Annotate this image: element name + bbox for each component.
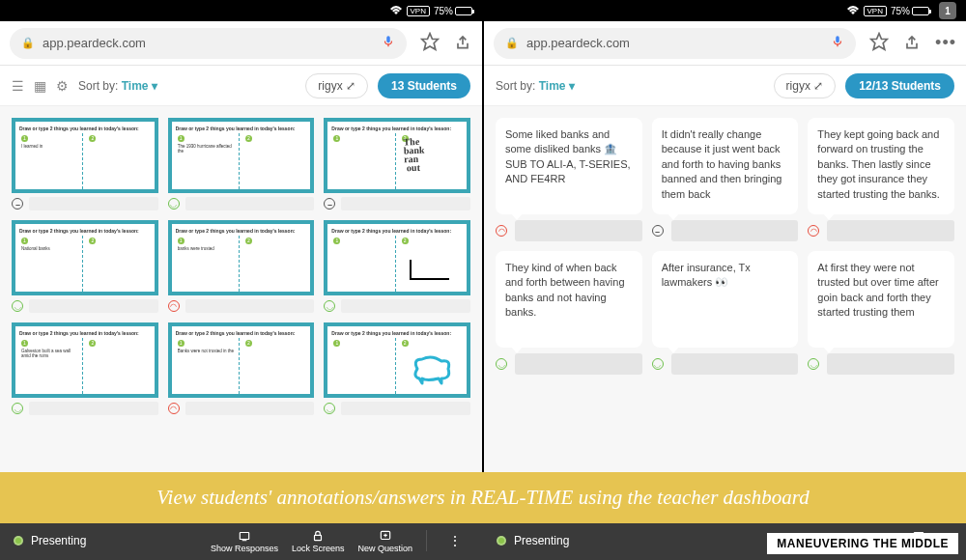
svg-marker-0	[422, 33, 439, 49]
tabs-count-badge[interactable]: 1	[939, 2, 956, 19]
nav-left: Presenting Show Responses Lock Screens N…	[0, 529, 483, 553]
lock-screens-button[interactable]: Lock Screens	[292, 529, 345, 553]
response-item[interactable]: At first they were not trusted but over …	[808, 251, 954, 375]
slide-item[interactable]: Draw or type 2 things you learned in tod…	[12, 220, 158, 313]
session-code[interactable]: rigyx ⤢	[774, 73, 837, 98]
url-text: app.peardeck.com	[526, 36, 630, 50]
student-name-placeholder	[341, 299, 470, 313]
status-bar: VPN 75%	[0, 0, 482, 21]
url-field[interactable]: 🔒 app.peardeck.com	[494, 28, 856, 59]
mood-row: ◠	[168, 299, 315, 313]
svg-marker-1	[871, 33, 888, 49]
student-name-placeholder	[29, 402, 158, 415]
student-name-placeholder	[515, 220, 642, 241]
slide-thumbnail: Draw or type 2 things you learned in tod…	[12, 322, 158, 398]
mood-icon: ‒	[324, 198, 335, 210]
sort-control[interactable]: Sort by: Time ▾	[496, 79, 575, 93]
slide-item[interactable]: Draw or type 2 things you learned in tod…	[168, 322, 315, 415]
nav-more-icon[interactable]: ⋮	[440, 533, 469, 548]
new-question-button[interactable]: New Question	[357, 529, 412, 553]
bookmark-icon[interactable]	[869, 32, 889, 55]
mood-icon: ◡	[652, 358, 664, 370]
mood-row: ‒	[324, 197, 470, 210]
slide-item[interactable]: Draw or type 2 things you learned in tod…	[168, 118, 315, 210]
battery-icon	[455, 7, 472, 15]
url-field[interactable]: 🔒 app.peardeck.com	[10, 28, 407, 59]
student-doodle	[408, 350, 456, 388]
slide-thumbnail: Draw or type 2 things you learned in tod…	[168, 220, 315, 295]
response-item[interactable]: After insurance, Tx lawmakers 👀 ◡	[652, 251, 799, 375]
slide-item[interactable]: Draw or type 2 things you learned in tod…	[324, 322, 470, 415]
student-name-placeholder	[341, 402, 470, 415]
sort-control[interactable]: Sort by: Time ▾	[78, 79, 157, 93]
response-meta: ◡	[652, 353, 799, 375]
response-item[interactable]: It didn't really change because it just …	[652, 118, 799, 241]
slide-item[interactable]: Draw or type 2 things you learned in tod…	[324, 118, 470, 210]
app-toolbar: ☰ ▦ ⚙ Sort by: Time ▾ rigyx ⤢ 13 Student…	[0, 66, 482, 106]
nav-label: New Question	[357, 544, 412, 553]
app-toolbar: Sort by: Time ▾ rigyx ⤢ 12/13 Students	[484, 66, 966, 106]
student-name-placeholder	[185, 299, 315, 313]
slide-item[interactable]: Draw or type 2 things you learned in tod…	[12, 322, 158, 415]
response-bubble: It didn't really change because it just …	[652, 118, 799, 214]
share-icon[interactable]	[453, 32, 472, 55]
slide-item[interactable]: Draw or type 2 things you learned in tod…	[12, 118, 158, 210]
vpn-badge: VPN	[407, 6, 430, 16]
mood-row: ◡	[324, 402, 470, 415]
svg-rect-2	[240, 532, 248, 539]
session-code[interactable]: rigyx ⤢	[305, 73, 368, 98]
presenting-dot-icon	[497, 536, 506, 546]
response-meta: ◡	[496, 353, 642, 375]
presenting-dot-icon	[14, 536, 23, 546]
share-icon[interactable]	[902, 32, 922, 55]
response-item[interactable]: They kept going back and forward on trus…	[808, 118, 954, 241]
mood-icon: ◠	[496, 225, 507, 237]
presenting-status[interactable]: Presenting	[14, 534, 86, 547]
bookmark-icon[interactable]	[420, 32, 440, 55]
student-name-placeholder	[827, 220, 954, 241]
mood-row: ◡	[12, 402, 158, 415]
slide-grid: Draw or type 2 things you learned in tod…	[12, 118, 470, 415]
slide-prompt: Draw or type 2 things you learned in tod…	[19, 330, 151, 336]
nav-separator	[426, 530, 427, 551]
mood-icon: ◡	[324, 403, 335, 414]
battery-icon	[912, 7, 929, 15]
slide-thumbnail: Draw or type 2 things you learned in tod…	[12, 220, 158, 295]
student-name-placeholder	[341, 197, 470, 210]
response-item[interactable]: Some liked banks and some disliked banks…	[496, 118, 642, 241]
slide-prompt: Draw or type 2 things you learned in tod…	[331, 330, 463, 336]
slide-prompt: Draw or type 2 things you learned in tod…	[176, 330, 307, 336]
mic-icon[interactable]	[831, 35, 844, 51]
response-bubble: Some liked banks and some disliked banks…	[496, 118, 642, 214]
mood-icon: ◡	[808, 358, 819, 370]
mood-icon: ‒	[652, 225, 664, 237]
students-count-pill[interactable]: 13 Students	[378, 73, 470, 98]
mood-row: ◡	[324, 299, 470, 313]
sort-label: Sort by:	[496, 79, 535, 93]
show-responses-button[interactable]: Show Responses	[211, 529, 278, 553]
students-count-pill[interactable]: 12/13 Students	[845, 73, 954, 98]
battery-indicator: 75%	[891, 6, 929, 16]
wifi-icon	[389, 6, 403, 15]
slide-item[interactable]: Draw or type 2 things you learned in tod…	[324, 220, 470, 313]
presenting-label: Presenting	[31, 534, 86, 547]
list-view-icon[interactable]: ☰	[12, 78, 24, 94]
slide-item[interactable]: Draw or type 2 things you learned in tod…	[168, 220, 315, 313]
nav-label: Lock Screens	[292, 544, 345, 553]
mood-row: ◡	[168, 197, 315, 210]
mic-icon[interactable]	[382, 35, 395, 51]
slide-thumbnail: Draw or type 2 things you learned in tod…	[324, 220, 470, 295]
nav-label: Show Responses	[211, 544, 278, 553]
response-item[interactable]: They kind of when back and forth between…	[496, 251, 642, 375]
more-menu-icon[interactable]: •••	[935, 33, 956, 53]
student-doodle: Thebankran out	[403, 137, 425, 173]
battery-percent: 75%	[891, 6, 910, 16]
presenting-status[interactable]: Presenting	[497, 534, 569, 547]
grid-view-icon[interactable]: ▦	[34, 78, 46, 94]
student-name-placeholder	[185, 197, 315, 210]
status-bar: VPN 75% 1	[484, 0, 966, 21]
response-meta: ◠	[808, 220, 954, 241]
response-meta: ◡	[808, 353, 954, 375]
settings-icon[interactable]: ⚙	[56, 78, 69, 94]
sort-value: Time ▾	[122, 79, 157, 93]
